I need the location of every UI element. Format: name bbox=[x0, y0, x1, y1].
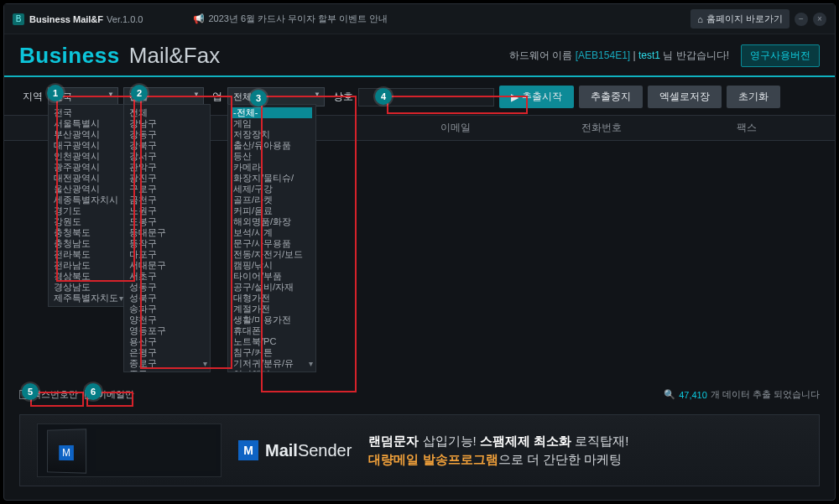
announcement-text: 2023년 6월 카드사 무이자 할부 이벤트 안내 bbox=[208, 13, 388, 25]
dropdown-item[interactable]: 전라북도 bbox=[52, 249, 122, 260]
dropdown-item[interactable]: 서초구 bbox=[128, 271, 206, 282]
app-title: Business Mail&F bbox=[29, 14, 103, 24]
product-box-icon: M bbox=[47, 429, 86, 473]
dropdown-item[interactable]: 구로구 bbox=[128, 184, 206, 195]
status-line: 🔍 47,410 개 데이터 추출 되었습니다 bbox=[664, 388, 820, 401]
hw-label: 하드웨어 이름 bbox=[509, 49, 572, 61]
extract-start-button[interactable]: ▶ 추출시작 bbox=[499, 86, 574, 108]
dropdown-item[interactable]: 카메라 bbox=[232, 162, 312, 173]
dropdown-item[interactable]: 중구 bbox=[128, 369, 206, 372]
dropdown-item[interactable]: 대형가전 bbox=[232, 293, 312, 304]
dropdown-item[interactable]: 동작구 bbox=[128, 238, 206, 249]
dropdown-item[interactable]: 경기도 bbox=[52, 205, 122, 216]
dropdown-item[interactable]: 휴대폰 bbox=[232, 325, 312, 336]
dropdown-item[interactable]: 게임 bbox=[232, 118, 312, 129]
dropdown-item[interactable]: 보석/시계 bbox=[232, 227, 312, 238]
dropdown-item[interactable]: 노원구 bbox=[128, 205, 206, 216]
dropdown-item[interactable]: 골프/라켓 bbox=[232, 195, 312, 205]
dropdown-item[interactable]: 부산광역시 bbox=[52, 129, 122, 140]
dropdown-item[interactable]: 제주특별자치도 bbox=[52, 293, 122, 304]
dropdown-item[interactable]: 성동구 bbox=[128, 282, 206, 293]
district-dropdown[interactable]: 전체강남구강동구강북구강서구관악구광진구구로구금천구노원구도봉구동대문구동작구마… bbox=[123, 104, 211, 372]
dropdown-item[interactable]: 전국 bbox=[52, 107, 122, 118]
callout-1: 1 bbox=[47, 85, 64, 101]
category-combo[interactable]: 전체- -전체-게임저장장치출산/유아용품등산카메라화장지/물티슈/세제/구강골… bbox=[227, 87, 325, 107]
dropdown-item[interactable]: 마포구 bbox=[128, 249, 206, 260]
dropdown-item[interactable]: 세제/구강 bbox=[232, 184, 312, 195]
dropdown-item[interactable]: 서대문구 bbox=[128, 260, 206, 271]
dropdown-item[interactable]: -전체- bbox=[232, 107, 312, 118]
dropdown-item[interactable]: 화장지/물티슈/ bbox=[232, 173, 312, 184]
dropdown-item[interactable]: 저장장치 bbox=[232, 129, 312, 140]
region-dropdown[interactable]: 전국서울특별시부산광역시대구광역시인천광역시광주광역시대전광역시울산광역시세종특… bbox=[48, 104, 127, 307]
dropdown-item[interactable]: 강동구 bbox=[128, 129, 206, 140]
dropdown-item[interactable]: 금천구 bbox=[128, 195, 206, 205]
result-count: 47,410 bbox=[679, 390, 707, 400]
banner-l1b: 삽입기능! bbox=[423, 434, 477, 448]
minimize-button[interactable]: − bbox=[795, 13, 808, 26]
dropdown-item[interactable]: 캠핑/낚시 bbox=[232, 260, 312, 271]
dropdown-item[interactable]: 경상남도 bbox=[52, 282, 122, 293]
banner-ad[interactable]: M M MailSender 랜덤문자 삽입기능! 스팸제제 최소화 로직탑재!… bbox=[19, 414, 820, 486]
dropdown-item[interactable]: 대구광역시 bbox=[52, 140, 122, 151]
dropdown-item[interactable]: 도봉구 bbox=[128, 216, 206, 227]
welcome-text: 님 반갑습니다! bbox=[663, 49, 729, 61]
dropdown-item[interactable]: 계절가전 bbox=[232, 304, 312, 314]
dropdown-item[interactable]: 강서구 bbox=[128, 151, 206, 162]
region-label: 지역 bbox=[23, 90, 43, 104]
dropdown-item[interactable]: 양천구 bbox=[128, 314, 206, 325]
dropdown-item[interactable]: 종로구 bbox=[128, 358, 206, 369]
dropdown-item[interactable]: 대전광역시 bbox=[52, 173, 122, 184]
app-version: Ver.1.0.0 bbox=[107, 14, 143, 24]
banner-thumbnail: M bbox=[37, 423, 221, 477]
dropdown-item[interactable]: 용산구 bbox=[128, 336, 206, 347]
dropdown-item[interactable]: 광주광역시 bbox=[52, 162, 122, 173]
dropdown-item[interactable]: 등산 bbox=[232, 151, 312, 162]
dropdown-item[interactable]: 관악구 bbox=[128, 162, 206, 173]
dropdown-item[interactable]: 전체 bbox=[128, 107, 206, 118]
dropdown-item[interactable]: 타이어/부품 bbox=[232, 271, 312, 282]
dropdown-item[interactable]: 충청남도 bbox=[52, 238, 122, 249]
category-dropdown[interactable]: -전체-게임저장장치출산/유아용품등산카메라화장지/물티슈/세제/구강골프/라켓… bbox=[227, 104, 316, 372]
dropdown-item[interactable]: 송파구 bbox=[128, 304, 206, 314]
dropdown-item[interactable]: 해외명품/화장 bbox=[232, 216, 312, 227]
mailsender-logo: M MailSender bbox=[238, 440, 352, 460]
logo-business: Business bbox=[19, 43, 120, 68]
dropdown-item[interactable]: 강북구 bbox=[128, 140, 206, 151]
dropdown-item[interactable]: 전동/자전거/보드 bbox=[232, 249, 312, 260]
homepage-button[interactable]: ⌂ 홈페이지 바로가기 bbox=[690, 9, 789, 29]
dropdown-item[interactable]: 기저귀/분유/유 bbox=[232, 358, 312, 369]
dropdown-item[interactable]: 전라남도 bbox=[52, 260, 122, 271]
dropdown-item[interactable]: 은평구 bbox=[128, 347, 206, 358]
dropdown-item[interactable]: 강원도 bbox=[52, 216, 122, 227]
dropdown-item[interactable]: 공구/설비/자재 bbox=[232, 282, 312, 293]
dropdown-item[interactable]: 문구/사무용품 bbox=[232, 238, 312, 249]
dropdown-item[interactable]: 강남구 bbox=[128, 118, 206, 129]
dropdown-item[interactable]: 노트북/PC bbox=[232, 336, 312, 347]
dropdown-item[interactable]: 출산/유아용품 bbox=[232, 140, 312, 151]
col-fax: 팩스 bbox=[675, 121, 820, 135]
dropdown-item[interactable]: 생활/미용가전 bbox=[232, 314, 312, 325]
reset-button[interactable]: 초기화 bbox=[727, 86, 780, 108]
logo-mailfax: Mail&Fax bbox=[129, 43, 220, 68]
dropdown-item[interactable]: 커피/음료 bbox=[232, 205, 312, 216]
dropdown-item[interactable]: 영등포구 bbox=[128, 325, 206, 336]
dropdown-item[interactable]: 울산광역시 bbox=[52, 184, 122, 195]
close-button[interactable]: × bbox=[813, 13, 826, 26]
callout-4: 4 bbox=[375, 88, 392, 105]
license-button[interactable]: 영구사용버전 bbox=[741, 44, 820, 67]
dropdown-item[interactable]: 침구/커튼 bbox=[232, 347, 312, 358]
excel-save-button[interactable]: 엑셀로저장 bbox=[648, 86, 722, 108]
dropdown-item[interactable]: 서울특별시 bbox=[52, 118, 122, 129]
dropdown-item[interactable]: 동대문구 bbox=[128, 227, 206, 238]
dropdown-item[interactable]: 충청북도 bbox=[52, 227, 122, 238]
dropdown-item[interactable]: 세종특별자치시 bbox=[52, 195, 122, 205]
dropdown-item[interactable]: 성북구 bbox=[128, 293, 206, 304]
dropdown-item[interactable]: 광진구 bbox=[128, 173, 206, 184]
extract-stop-button[interactable]: 추출중지 bbox=[579, 86, 643, 108]
banner-copy: 랜덤문자 삽입기능! 스팸제제 최소화 로직탑재! 대량메일 발송프로그램으로 … bbox=[368, 432, 628, 469]
dropdown-item[interactable]: 경상북도 bbox=[52, 271, 122, 282]
callout-6: 6 bbox=[85, 383, 102, 400]
dropdown-item[interactable]: 인천광역시 bbox=[52, 151, 122, 162]
dropdown-item[interactable]: 언더웨어 bbox=[232, 369, 312, 372]
